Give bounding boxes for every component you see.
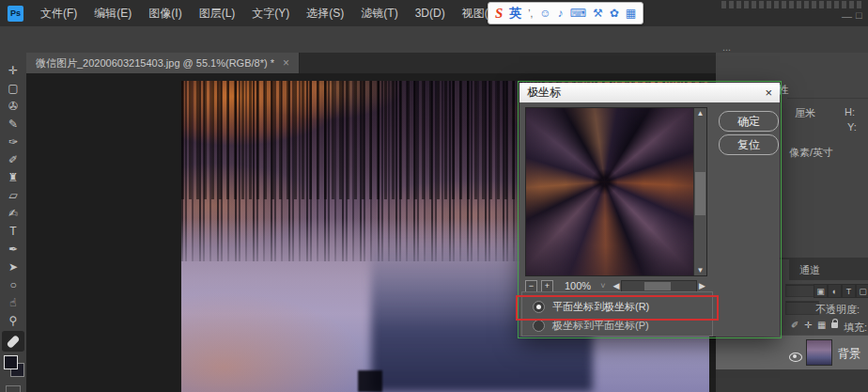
foreground-color-swatch[interactable]	[4, 355, 18, 369]
path-selection-tool[interactable]: ➤	[0, 259, 26, 275]
dark-seam	[358, 370, 381, 392]
horizontal-scroll-thumb[interactable]	[644, 282, 671, 290]
red-highlight-annotation	[516, 295, 719, 321]
menu-filter[interactable]: 滤镜(T)	[352, 0, 406, 26]
close-icon[interactable]: ×	[765, 86, 772, 100]
scroll-down-icon[interactable]: ▼	[694, 266, 706, 274]
menu-type[interactable]: 文字(Y)	[243, 0, 298, 26]
lock-move-icon[interactable]: ✛	[804, 320, 812, 330]
type-icon: T	[9, 225, 16, 238]
filter-type-dropdown[interactable]	[785, 284, 817, 297]
blend-mode-dropdown[interactable]	[785, 301, 819, 315]
quick-mask-icon[interactable]	[6, 385, 21, 392]
ime-punctuation-mode[interactable]: ’,	[528, 8, 533, 19]
zoom-tool[interactable]: ⚲	[0, 312, 26, 329]
reset-button[interactable]: 复位	[719, 134, 779, 155]
opacity-label: 不透明度:	[815, 303, 860, 317]
window-minimize-button[interactable]: —	[842, 10, 852, 22]
type-filter-icon[interactable]: T	[842, 284, 856, 298]
chevron-down-icon[interactable]: ˅	[600, 281, 605, 290]
panel-divider	[787, 98, 868, 99]
radio-polar-to-rect[interactable]: 极坐标到平面坐标(P)	[533, 319, 649, 333]
lock-brush-icon[interactable]: ✐	[791, 320, 798, 330]
move-icon: ✛	[8, 64, 18, 77]
type-tool[interactable]: T	[0, 223, 26, 240]
lasso-icon: ✇	[8, 100, 18, 113]
rectangular-marquee-tool[interactable]: ▢	[0, 80, 26, 97]
menu-image[interactable]: 图像(I)	[140, 0, 190, 26]
lock-transparency-icon[interactable]: ▦	[817, 320, 826, 330]
sogou-logo[interactable]: S	[495, 6, 503, 22]
skin-icon[interactable]: ✿	[610, 7, 619, 20]
lasso-tool[interactable]: ✇	[0, 98, 26, 115]
eraser-icon: ▱	[8, 189, 17, 202]
dialog-title: 极坐标	[527, 85, 765, 101]
healing-brush-icon	[7, 335, 21, 349]
brush-tool[interactable]: ✐	[0, 151, 26, 168]
zoom-out-button[interactable]: −	[525, 280, 537, 292]
filter-preview-frame: ▲ ▼	[525, 107, 707, 276]
pixel-filter-icon[interactable]: ▣	[814, 284, 828, 298]
scroll-left-icon[interactable]: ◀	[612, 281, 619, 290]
preview-horizontal-scrollbar[interactable]	[621, 280, 697, 292]
vertical-scroll-thumb[interactable]	[695, 172, 705, 215]
filter-preview-image[interactable]	[526, 108, 693, 275]
radio-polar-to-rect-label: 极坐标到平面坐标(P)	[552, 319, 649, 333]
zoom-icon: ⚲	[9, 314, 18, 327]
close-icon[interactable]: ×	[283, 56, 289, 70]
menu-layer[interactable]: 图层(L)	[191, 0, 244, 26]
healing-brush-tool-selected[interactable]	[2, 331, 24, 352]
zoom-in-button[interactable]: +	[541, 280, 553, 292]
photoshop-window: Ps 文件(F) 编辑(E) 图像(I) 图层(L) 文字(Y) 选择(S) 滤…	[0, 0, 868, 392]
eraser-tool[interactable]: ▱	[0, 187, 26, 204]
eyedropper-icon: ✑	[8, 135, 18, 149]
menu-edit[interactable]: 编辑(E)	[85, 0, 140, 26]
shape-filter-icon[interactable]: ▢	[856, 284, 868, 298]
smudge-icon: ✍	[8, 207, 18, 220]
grid-icon[interactable]: ▦	[626, 7, 636, 20]
unit-label: 厘米	[795, 106, 815, 120]
menu-select[interactable]: 选择(S)	[298, 0, 352, 26]
quick-selection-tool[interactable]: ✎	[0, 116, 26, 133]
layer-thumbnail[interactable]	[806, 339, 832, 366]
eyedropper-tool[interactable]: ✑	[0, 133, 26, 150]
lock-all-icon[interactable]	[831, 322, 838, 328]
move-tool[interactable]: ✛	[0, 62, 26, 79]
clone-stamp-tool[interactable]: ♜	[0, 169, 26, 186]
dialog-title-bar[interactable]: 极坐标 ×	[519, 83, 780, 102]
layer-visibility-eye-icon[interactable]	[789, 353, 802, 362]
document-tab[interactable]: 微信图片_20200603215403.jpg @ 55.1%(RGB/8*) …	[26, 53, 300, 73]
scroll-right-icon[interactable]: ▶	[699, 281, 705, 290]
radio-unselected-icon[interactable]	[533, 320, 545, 332]
hand-icon: ☝	[9, 296, 16, 309]
emoji-icon[interactable]: ☺	[539, 7, 550, 20]
hand-tool[interactable]: ☝	[0, 294, 26, 311]
scroll-up-icon[interactable]: ▲	[694, 109, 706, 118]
menu-file[interactable]: 文件(F)	[32, 0, 85, 26]
photoshop-logo: Ps	[8, 6, 23, 22]
pen-tool[interactable]: ✒	[0, 241, 26, 258]
fill-label: 填充:	[844, 321, 867, 335]
tab-channels[interactable]: 通道	[791, 259, 829, 280]
preview-vertical-scrollbar[interactable]: ▲ ▼	[693, 108, 706, 275]
ok-button[interactable]: 确定	[719, 111, 779, 132]
pen-icon: ✒	[8, 243, 18, 256]
smudge-tool[interactable]: ✍	[0, 205, 26, 222]
layer-name: 背景	[838, 346, 860, 362]
brush-icon: ✐	[8, 153, 18, 166]
height-label: H:	[845, 106, 855, 118]
zoom-level-value: 100%	[565, 280, 591, 291]
adjustment-filter-icon[interactable]: ◐	[828, 284, 842, 298]
voice-icon[interactable]: ♪	[558, 7, 564, 20]
marquee-icon: ▢	[8, 82, 18, 95]
keyboard-icon[interactable]: ⌨	[570, 7, 586, 20]
clone-stamp-icon: ♜	[8, 171, 19, 184]
shape-tool[interactable]: ○	[0, 276, 26, 293]
layers-panel-footer	[716, 369, 868, 392]
window-restore-button[interactable]: □	[856, 9, 862, 21]
toolbox-icon[interactable]: ⚒	[593, 7, 603, 20]
menu-3d[interactable]: 3D(D)	[407, 0, 454, 26]
shape-icon: ○	[9, 278, 16, 291]
y-label: Y:	[847, 121, 857, 133]
ime-language-mode[interactable]: 英	[509, 5, 521, 22]
